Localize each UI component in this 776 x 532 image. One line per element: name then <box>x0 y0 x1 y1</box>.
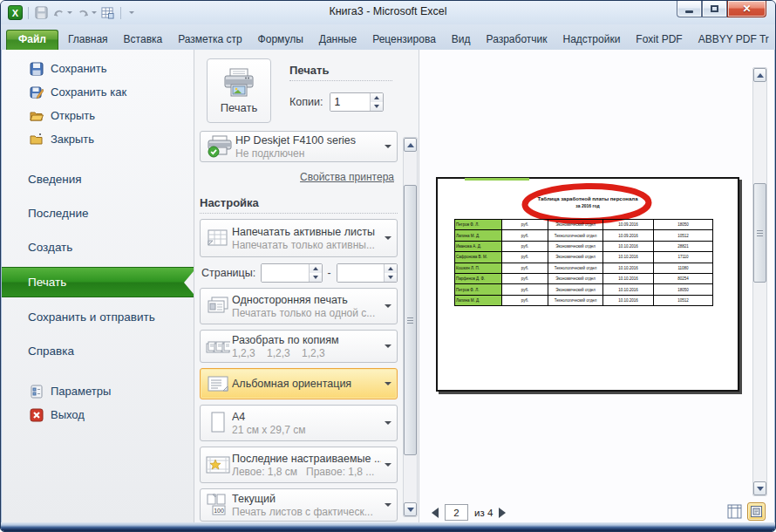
next-page-button[interactable] <box>499 508 506 518</box>
qat-undo-button[interactable] <box>51 6 73 20</box>
scaling-dropdown[interactable]: 100 Текущий Печать листов с фактическ... <box>200 488 398 522</box>
section-title-settings: Настройка <box>200 196 398 214</box>
grip-icon <box>407 320 413 321</box>
chevron-down-icon <box>385 344 391 348</box>
sidebar-item-label: Открыть <box>51 109 95 122</box>
sidebar-item-options[interactable]: Параметры <box>2 379 194 403</box>
sidebar-item-open[interactable]: Открыть <box>2 104 194 127</box>
sidebar-item-recent[interactable]: Последние <box>2 199 194 228</box>
department-cell: Технологический отдел <box>548 263 603 273</box>
copies-increment-button[interactable] <box>371 93 383 102</box>
close-button[interactable]: ✕ <box>727 1 766 17</box>
tab-file[interactable]: Файл <box>6 30 58 50</box>
sidebar-item-print[interactable]: Печать <box>2 267 194 297</box>
table-row: Сафронова В. М. руб. Экономический отдел… <box>455 252 713 263</box>
print-settings-panel: Печать Печать Копии: <box>194 50 403 522</box>
save-as-icon <box>30 85 44 99</box>
department-cell: Экономический отдел <box>548 220 603 230</box>
employee-name-cell: Кошкин Л. П. <box>455 263 502 273</box>
sidebar-item-exit[interactable]: Выход <box>2 403 194 426</box>
settings-scroll-down-button[interactable] <box>404 502 417 516</box>
pages-separator: - <box>328 267 331 279</box>
ribbon-tab[interactable]: Разработчик <box>479 30 555 50</box>
arrow-up-icon <box>374 96 379 99</box>
ribbon-tab[interactable]: Вид <box>444 30 479 50</box>
margins-icon <box>206 455 230 474</box>
previous-page-button[interactable] <box>432 508 439 518</box>
pages-to-stepper <box>337 263 398 283</box>
print-what-title: Напечатать активные листы <box>232 226 381 238</box>
department-cell: Экономический отдел <box>548 252 603 263</box>
page-number-input[interactable] <box>445 504 468 521</box>
unit-cell: руб. <box>502 241 548 251</box>
pages-from-stepper <box>261 263 322 283</box>
date-cell: 10.10.2016 <box>603 295 654 305</box>
settings-scroll-up-button[interactable] <box>404 138 417 152</box>
ribbon-tab[interactable]: ABBYY PDF Tr <box>691 30 776 50</box>
margins-dropdown[interactable]: Последние настраиваемые ... Левое: 1,8 с… <box>200 447 398 483</box>
duplex-dropdown[interactable]: Односторонняя печать Печатать только на … <box>200 288 398 324</box>
ribbon-tab[interactable]: Главная <box>60 30 116 50</box>
pages-from-decrement-button[interactable] <box>310 273 322 282</box>
show-margins-button[interactable] <box>725 502 744 521</box>
qat-table-button[interactable] <box>100 5 115 20</box>
settings-scroll-thumb[interactable] <box>404 185 417 455</box>
sidebar-item-close[interactable]: Закрыть <box>2 127 194 151</box>
sidebar-item-save-send[interactable]: Сохранить и отправить <box>2 303 194 331</box>
employee-name-cell: Иванова А. Д. <box>455 241 502 251</box>
qat-save-button[interactable] <box>34 5 49 20</box>
pages-to-input[interactable] <box>337 264 384 282</box>
copies-input[interactable] <box>330 93 370 111</box>
printer-icon <box>221 68 256 98</box>
employee-name-cell: Лапина М. Д. <box>455 295 502 305</box>
preview-scroll-down-button[interactable] <box>753 481 766 495</box>
preview-scroll-up-button[interactable] <box>753 68 766 82</box>
maximize-button[interactable] <box>702 1 727 17</box>
print-what-subtitle: Напечатать только активны... <box>232 239 381 251</box>
paper-size-dropdown[interactable]: A4 21 см x 29,7 см <box>200 405 398 441</box>
sidebar-item-info[interactable]: Сведения <box>2 165 194 194</box>
minimize-button[interactable] <box>677 1 702 17</box>
print-button[interactable]: Печать <box>207 58 271 123</box>
pages-to-decrement-button[interactable] <box>385 273 397 282</box>
arrow-down-icon <box>407 508 414 512</box>
ribbon-tab[interactable]: Рецензирова <box>364 30 444 50</box>
collate-icon <box>206 337 230 356</box>
pages-to-increment-button[interactable] <box>385 264 397 273</box>
printer-properties-link[interactable]: Свойства принтера <box>300 171 394 183</box>
qat-customize-button[interactable] <box>126 10 135 15</box>
amount-cell: 10512 <box>654 230 713 241</box>
backstage-sidebar: Сохранить Сохранить как Открыть <box>2 50 194 522</box>
paper-size-icon <box>209 412 227 434</box>
orientation-dropdown[interactable]: Альбомная ориентация <box>200 368 398 399</box>
ribbon-tab[interactable]: Вставка <box>116 30 171 50</box>
sidebar-item-save-as[interactable]: Сохранить как <box>2 80 194 104</box>
zoom-to-page-icon <box>750 505 763 518</box>
ribbon-tab[interactable]: Данные <box>311 30 364 50</box>
printer-status-icon <box>207 135 233 158</box>
sidebar-item-save[interactable]: Сохранить <box>2 57 194 80</box>
sidebar-item-new[interactable]: Создать <box>2 233 194 262</box>
svg-text:100: 100 <box>214 508 224 514</box>
divider <box>28 7 29 19</box>
department-cell: Технологический отдел <box>548 230 603 241</box>
ribbon-tab[interactable]: Разметка стр <box>170 30 249 50</box>
preview-scrollbar[interactable] <box>752 67 767 496</box>
print-preview-area: Таблица заработной платы персонала за 20… <box>419 50 774 522</box>
printer-select-button[interactable]: HP Deskjet F4100 series Не подключен <box>200 131 398 162</box>
pages-from-increment-button[interactable] <box>310 264 322 273</box>
collate-dropdown[interactable]: Разобрать по копиям 1,2,3 1,2,3 1,2,3 <box>200 330 398 363</box>
zoom-to-page-button[interactable] <box>747 502 766 521</box>
copies-decrement-button[interactable] <box>371 102 383 111</box>
qat-redo-button[interactable] <box>76 6 98 20</box>
amount-cell: 11080 <box>654 263 713 273</box>
ribbon-tab[interactable]: Foxit PDF <box>628 30 690 50</box>
print-what-dropdown[interactable]: Напечатать активные листы Напечатать тол… <box>200 219 398 257</box>
sidebar-item-help[interactable]: Справка <box>2 337 194 365</box>
ribbon-tab[interactable]: Надстройки <box>555 30 629 50</box>
arrow-up-icon <box>407 143 414 147</box>
ribbon-tab[interactable]: Формулы <box>250 30 311 50</box>
preview-scroll-thumb[interactable] <box>753 183 766 283</box>
pages-from-input[interactable] <box>262 264 308 282</box>
settings-scrollbar[interactable] <box>403 137 418 517</box>
